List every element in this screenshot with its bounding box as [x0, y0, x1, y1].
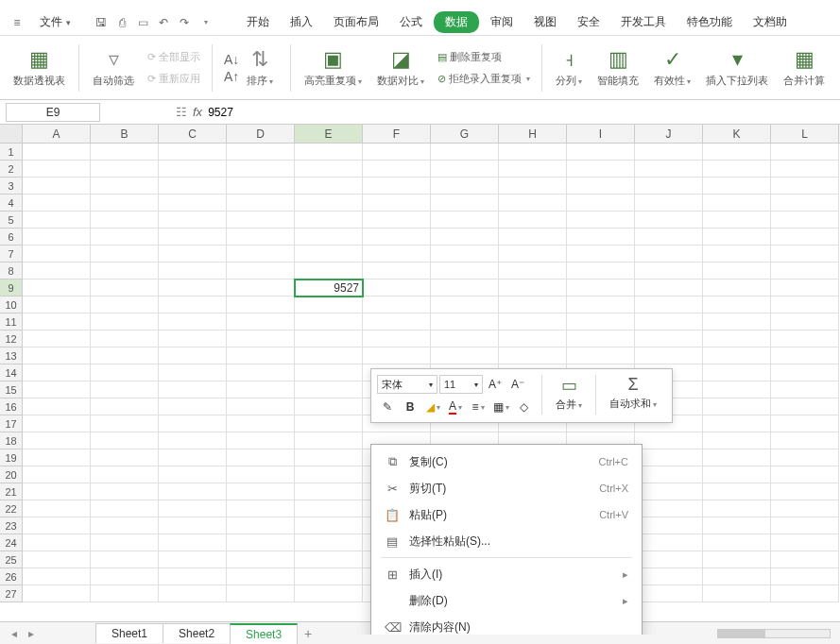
cell[interactable] — [295, 466, 363, 483]
cell[interactable] — [567, 161, 635, 178]
row-header[interactable]: 6 — [0, 229, 23, 246]
cell[interactable] — [771, 212, 839, 229]
cell[interactable] — [227, 381, 295, 398]
cell[interactable] — [295, 415, 363, 432]
cell[interactable] — [499, 330, 567, 347]
cell[interactable] — [703, 246, 771, 263]
col-header[interactable]: J — [635, 125, 703, 143]
cell[interactable] — [23, 551, 91, 568]
cell[interactable] — [91, 161, 159, 178]
cell[interactable] — [771, 144, 839, 161]
cell[interactable] — [227, 280, 295, 297]
cell[interactable] — [159, 534, 227, 551]
cell[interactable] — [431, 314, 499, 330]
fx-label[interactable]: fx — [193, 105, 202, 119]
tab-view[interactable]: 视图 — [524, 10, 566, 34]
fx-expand-icon[interactable]: ☷ — [176, 105, 187, 119]
cell[interactable] — [23, 297, 91, 314]
tab-docass[interactable]: 文档助 — [744, 10, 797, 34]
cell[interactable] — [295, 195, 363, 212]
col-header[interactable]: L — [771, 125, 839, 143]
cm-copy[interactable]: ⧉复制(C)Ctrl+C — [371, 449, 642, 475]
cell[interactable] — [771, 568, 839, 585]
cell[interactable] — [227, 178, 295, 195]
cell[interactable] — [703, 517, 771, 534]
sheet-tab-active[interactable]: Sheet3 — [230, 623, 298, 644]
cell[interactable] — [703, 551, 771, 568]
cell[interactable] — [91, 466, 159, 483]
cell[interactable] — [635, 466, 703, 483]
row-header[interactable]: 12 — [0, 330, 23, 347]
cell[interactable] — [23, 415, 91, 432]
cell[interactable] — [635, 483, 703, 500]
cell[interactable] — [771, 551, 839, 568]
cell[interactable] — [295, 500, 363, 517]
cell[interactable] — [499, 263, 567, 280]
cell[interactable] — [771, 347, 839, 364]
cell[interactable] — [295, 483, 363, 500]
cell[interactable] — [23, 483, 91, 500]
cell[interactable] — [23, 364, 91, 381]
cell[interactable] — [159, 381, 227, 398]
cm-cut[interactable]: ✂剪切(T)Ctrl+X — [371, 475, 642, 501]
cell[interactable] — [159, 246, 227, 263]
cell[interactable] — [363, 314, 431, 330]
cell[interactable] — [703, 415, 771, 432]
cell[interactable] — [227, 229, 295, 246]
cell[interactable] — [703, 330, 771, 347]
cell[interactable] — [703, 398, 771, 415]
cell[interactable] — [295, 534, 363, 551]
cell[interactable] — [227, 330, 295, 347]
cm-insert[interactable]: ⊞插入(I)▸ — [371, 561, 642, 587]
cell[interactable] — [23, 212, 91, 229]
cell[interactable] — [703, 161, 771, 178]
cell[interactable] — [159, 551, 227, 568]
row-header[interactable]: 21 — [0, 483, 23, 500]
cell[interactable] — [159, 585, 227, 602]
cell[interactable] — [431, 178, 499, 195]
row-header[interactable]: 24 — [0, 534, 23, 551]
cell[interactable] — [159, 212, 227, 229]
col-header[interactable]: K — [703, 125, 771, 143]
cell[interactable] — [91, 297, 159, 314]
col-header[interactable]: G — [431, 125, 499, 143]
cell[interactable] — [295, 568, 363, 585]
col-header[interactable]: B — [91, 125, 159, 143]
cell[interactable] — [23, 280, 91, 297]
cell[interactable] — [227, 551, 295, 568]
cell[interactable] — [635, 347, 703, 364]
cell[interactable] — [499, 178, 567, 195]
cell[interactable] — [567, 263, 635, 280]
cell[interactable] — [431, 330, 499, 347]
cell[interactable] — [227, 347, 295, 364]
cell[interactable] — [91, 551, 159, 568]
cell[interactable] — [159, 161, 227, 178]
cell[interactable] — [23, 347, 91, 364]
cell[interactable] — [159, 466, 227, 483]
cell[interactable] — [635, 246, 703, 263]
cell[interactable] — [771, 415, 839, 432]
sheet-nav-first[interactable]: ◂ — [6, 625, 23, 642]
cell[interactable] — [91, 178, 159, 195]
cell[interactable] — [771, 330, 839, 347]
cell[interactable] — [567, 347, 635, 364]
cell[interactable] — [295, 297, 363, 314]
cell[interactable] — [91, 432, 159, 449]
cell[interactable] — [635, 330, 703, 347]
smartfill-button[interactable]: ▥ 智能填充 — [591, 40, 644, 96]
cell[interactable] — [91, 585, 159, 602]
cell[interactable] — [499, 212, 567, 229]
row-header[interactable]: 17 — [0, 415, 23, 432]
add-sheet-button[interactable]: + — [298, 626, 318, 641]
select-all-corner[interactable] — [0, 125, 23, 143]
cell[interactable] — [295, 161, 363, 178]
cell[interactable] — [23, 398, 91, 415]
cell[interactable] — [91, 195, 159, 212]
row-header[interactable]: 11 — [0, 314, 23, 330]
cell[interactable] — [363, 229, 431, 246]
cell[interactable] — [91, 483, 159, 500]
cell[interactable] — [635, 585, 703, 602]
cell[interactable] — [227, 161, 295, 178]
cell[interactable] — [227, 246, 295, 263]
cell[interactable] — [635, 178, 703, 195]
